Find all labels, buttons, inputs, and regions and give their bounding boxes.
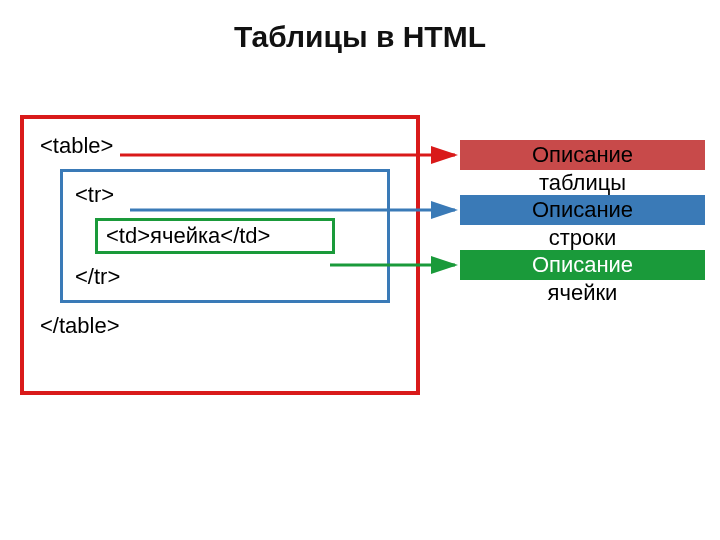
td-box: <td>ячейка</td>	[95, 218, 335, 254]
tag-table-close: </table>	[40, 313, 400, 339]
label-table: Описание	[460, 140, 705, 170]
label-row-line2: строки	[460, 225, 705, 251]
label-row: Описание	[460, 195, 705, 225]
tag-tr-close: </tr>	[75, 264, 375, 290]
tr-box: <tr> <td>ячейка</td> </tr>	[60, 169, 390, 303]
label-table-line2: таблицы	[460, 170, 705, 196]
label-cell: Описание	[460, 250, 705, 280]
page-title: Таблицы в HTML	[0, 20, 720, 54]
tag-tr-open: <tr>	[75, 182, 375, 208]
table-box: <table> <tr> <td>ячейка</td> </tr> </tab…	[20, 115, 420, 395]
label-cell-line2: ячейки	[460, 280, 705, 306]
tag-td-line: <td>ячейка</td>	[106, 223, 270, 248]
tag-table-open: <table>	[40, 133, 400, 159]
